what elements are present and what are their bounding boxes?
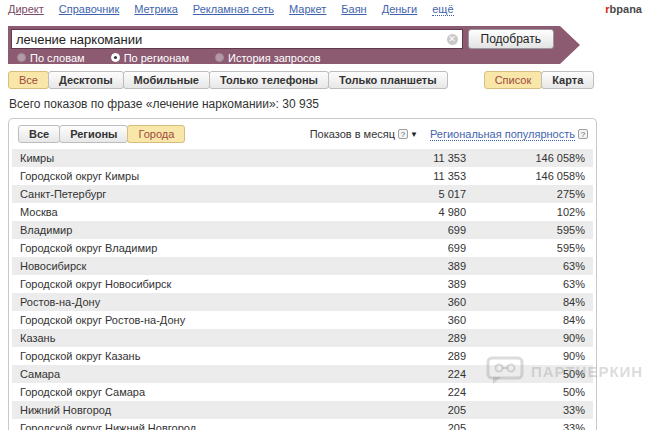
nav-link[interactable]: Деньги: [382, 3, 418, 15]
impressions-cell: 11 353: [366, 167, 466, 185]
region-name-cell: Городской округ Нижний Новгород: [12, 419, 366, 430]
table-row: Владимир 699 595%: [12, 221, 593, 239]
impressions-cell: 389: [366, 257, 466, 275]
search-mode-label: По регионам: [124, 52, 189, 64]
device-tab[interactable]: Мобильные: [123, 71, 210, 89]
impressions-cell: 289: [366, 347, 466, 365]
table-row: Кимры 11 353 146 058%: [12, 149, 593, 167]
table-row: Санкт-Петербург 5 017 275%: [12, 185, 593, 203]
device-tab[interactable]: Только планшеты: [328, 71, 448, 89]
impressions-cell: 360: [366, 293, 466, 311]
region-scope-tab[interactable]: Все: [18, 125, 60, 143]
device-tab[interactable]: Только телефоны: [209, 71, 329, 89]
table-row: Городской округ Новосибирск 389 63%: [12, 275, 593, 293]
column-headers: Показов в месяц?▼ Региональная популярно…: [310, 128, 588, 141]
search-mode-radio[interactable]: По словам: [17, 52, 85, 64]
impressions-cell: 389: [366, 275, 466, 293]
impressions-cell: 224: [366, 365, 466, 383]
device-tabs: Все Десктопы Мобильные Только телефоны Т…: [8, 71, 448, 89]
popularity-cell: 595%: [466, 239, 593, 257]
popularity-cell: 84%: [466, 311, 593, 329]
search-mode-label: История запросов: [228, 52, 321, 64]
impressions-column-sort[interactable]: Показов в месяц?▼: [310, 128, 418, 140]
nav-link[interactable]: Метрика: [134, 3, 178, 15]
nav-link[interactable]: Баян: [341, 3, 366, 15]
nav-link[interactable]: Директ: [8, 3, 44, 15]
region-scope-tab[interactable]: Регионы: [59, 125, 128, 143]
help-icon[interactable]: ?: [398, 129, 408, 139]
sort-desc-icon: ▼: [410, 130, 418, 139]
impressions-cell: 224: [366, 383, 466, 401]
popularity-cell: 90%: [466, 329, 593, 347]
region-name-cell: Городской округ Владимир: [12, 239, 366, 257]
impressions-cell: 11 353: [366, 149, 466, 167]
table-row: Москва 4 980 102%: [12, 203, 593, 221]
view-tab[interactable]: Список: [484, 71, 543, 89]
impressions-cell: 4 980: [366, 203, 466, 221]
region-name-cell: Городской округ Казань: [12, 347, 366, 365]
popularity-cell: 50%: [466, 365, 593, 383]
device-tab[interactable]: Десктопы: [48, 71, 124, 89]
nav-link[interactable]: ещё: [432, 3, 453, 16]
table-row: Новосибирск 389 63%: [12, 257, 593, 275]
search-mode-radio[interactable]: По регионам: [111, 52, 189, 64]
help-icon[interactable]: ?: [578, 129, 588, 139]
impressions-cell: 360: [366, 311, 466, 329]
popularity-cell: 90%: [466, 347, 593, 365]
region-scope-tab[interactable]: Города: [127, 125, 185, 143]
region-name-cell: Городской округ Самара: [12, 383, 366, 401]
region-name-cell: Москва: [12, 203, 366, 221]
table-row: Городской округ Владимир 699 595%: [12, 239, 593, 257]
impressions-cell: 205: [366, 419, 466, 430]
table-row: Самара 224 50%: [12, 365, 593, 383]
panel-header: Все Регионы Города Показов в месяц?▼ Рег…: [9, 119, 596, 149]
total-impressions-summary: Всего показов по фразе «лечение наркоман…: [9, 97, 650, 111]
table-row: Городской округ Ростов-на-Дону 360 84%: [12, 311, 593, 329]
popularity-cell: 63%: [466, 257, 593, 275]
table-row: Городской округ Кимры 11 353 146 058%: [12, 167, 593, 185]
search-input[interactable]: [12, 31, 447, 47]
popularity-cell: 102%: [466, 203, 593, 221]
region-name-cell: Ростов-на-Дону: [12, 293, 366, 311]
popularity-cell: 50%: [466, 383, 593, 401]
search-mode-label: По словам: [30, 52, 85, 64]
region-name-cell: Городской округ Новосибирск: [12, 275, 366, 293]
region-name-cell: Самара: [12, 365, 366, 383]
region-name-cell: Городской округ Кимры: [12, 167, 366, 185]
filter-row: Все Десктопы Мобильные Только телефоны Т…: [8, 71, 650, 89]
table-row: Казань 289 90%: [12, 329, 593, 347]
query-input-box: ✕: [11, 29, 463, 49]
region-name-cell: Санкт-Петербург: [12, 185, 366, 203]
impressions-cell: 5 017: [366, 185, 466, 203]
table-row: Городской округ Казань 289 90%: [12, 347, 593, 365]
popularity-cell: 84%: [466, 293, 593, 311]
popularity-cell: 146 058%: [466, 149, 593, 167]
nav-link[interactable]: Справочник: [59, 3, 120, 15]
popularity-cell: 63%: [466, 275, 593, 293]
impressions-cell: 289: [366, 329, 466, 347]
region-name-cell: Владимир: [12, 221, 366, 239]
view-tab[interactable]: Карта: [541, 71, 594, 89]
search-modes: По словам По регионам История запросов: [11, 49, 554, 64]
device-tab[interactable]: Все: [8, 71, 49, 89]
table-row: Городской округ Нижний Новгород 205 33%: [12, 419, 593, 430]
table-row: Городской округ Самара 224 50%: [12, 383, 593, 401]
popularity-cell: 33%: [466, 401, 593, 419]
nav-link[interactable]: Рекламная сеть: [193, 3, 274, 15]
radio-icon: [215, 53, 224, 62]
region-name-cell: Новосибирск: [12, 257, 366, 275]
search-mode-radio[interactable]: История запросов: [215, 52, 321, 64]
clear-icon[interactable]: ✕: [447, 34, 458, 45]
popularity-cell: 275%: [466, 185, 593, 203]
search-bar: ✕ Подобрать По словам По регионам Истори…: [8, 26, 580, 64]
view-tabs: Список Карта: [484, 71, 595, 89]
nav-link[interactable]: Маркет: [289, 3, 326, 15]
submit-button[interactable]: Подобрать: [468, 29, 554, 49]
regional-popularity-link[interactable]: Региональная популярность: [430, 128, 575, 141]
regions-table: Кимры 11 353 146 058% Городской округ Ки…: [12, 149, 593, 430]
impressions-column-label: Показов в месяц: [310, 128, 395, 140]
results-panel: Все Регионы Города Показов в месяц?▼ Рег…: [8, 118, 597, 430]
search-area: ✕ Подобрать По словам По регионам Истори…: [8, 26, 580, 64]
table-row: Нижний Новгород 205 33%: [12, 401, 593, 419]
popularity-cell: 595%: [466, 221, 593, 239]
